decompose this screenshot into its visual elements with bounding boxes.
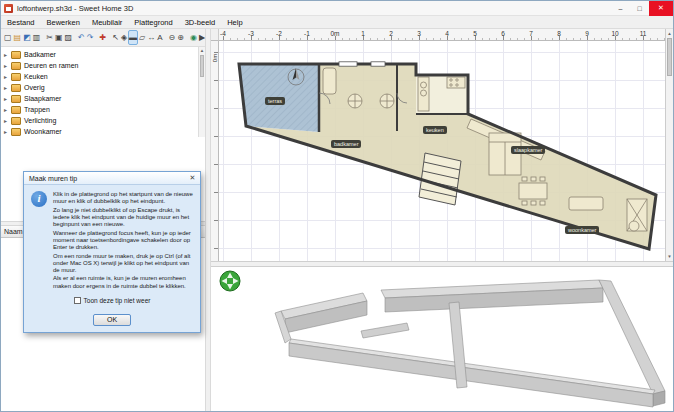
wall-tip-dialog: Maak muren tip ✕ i Klik in de plattegron… [23, 171, 201, 333]
ruler-number: 10 [609, 30, 621, 37]
minimize-button[interactable]: – [611, 1, 630, 16]
maximize-button[interactable]: □ [630, 1, 649, 16]
category-slaapkamer[interactable]: ▸ Slaapkamer [1, 93, 205, 104]
ruler-number: 5 [469, 30, 481, 37]
create-dimensions-tool-icon[interactable]: ↔ [146, 30, 156, 45]
folder-icon [11, 62, 21, 70]
zoom-out-icon[interactable]: ⊖ [168, 30, 177, 45]
window-title: loftontwerp.sh3d - Sweet Home 3D [17, 4, 611, 13]
navigation-compass-icon[interactable] [219, 270, 241, 292]
checkbox-label: Toon deze tip niet weer [84, 297, 151, 304]
category-woonkamer[interactable]: ▸ Woonkamer [1, 126, 205, 137]
ruler-number: 0m [329, 30, 341, 37]
plan-view[interactable]: -4 -3 -2 -1 0m 1 2 3 4 5 6 7 8 9 10 11 1 [211, 29, 673, 261]
room-label-terras: terras [265, 97, 285, 105]
category-deuren-en-ramen[interactable]: ▸ Deuren en ramen [1, 60, 205, 71]
expander-icon[interactable]: ▸ [4, 62, 11, 69]
expander-icon[interactable]: ▸ [4, 73, 11, 80]
expander-icon[interactable]: ▸ [4, 51, 11, 58]
category-verlichting[interactable]: ▸ Verlichting [1, 115, 205, 126]
copy-icon[interactable]: ▣ [54, 30, 64, 45]
ruler-number: 2 [385, 30, 397, 37]
pan-tool-icon[interactable]: ◈ [120, 30, 128, 45]
catalog-tree: ▸ Badkamer ▸ Deuren en ramen ▸ Keuken [1, 47, 205, 137]
title-bar: loftontwerp.sh3d - Sweet Home 3D – □ ✕ [1, 1, 673, 16]
expander-icon[interactable]: ▸ [4, 106, 11, 113]
zoom-in-icon[interactable]: ⊕ [176, 30, 185, 45]
staircase [419, 153, 461, 205]
ruler-number: 8 [553, 30, 565, 37]
cut-icon[interactable]: ✂ [45, 30, 54, 45]
undo-icon[interactable]: ↶ [77, 30, 86, 45]
category-badkamer[interactable]: ▸ Badkamer [1, 49, 205, 60]
redo-icon[interactable]: ↷ [86, 30, 95, 45]
scrollbar-thumb[interactable] [200, 55, 204, 77]
right-panel: -4 -3 -2 -1 0m 1 2 3 4 5 6 7 8 9 10 11 1 [211, 29, 673, 411]
toolbar: ▢ ▤ ◩ ▥ ✂ ▣ ▨ ↶ ↷ ✚ ↖ ◈ ▬ ▱ ↔ A [1, 29, 205, 47]
folder-icon [11, 106, 21, 114]
add-furniture-icon[interactable]: ✚ [98, 30, 107, 45]
ruler-number: 4 [441, 30, 453, 37]
select-tool-icon[interactable]: ↖ [111, 30, 120, 45]
dialog-paragraph: Om een ronde muur te maken, druk je op C… [53, 253, 193, 275]
open-icon[interactable]: ▤ [13, 30, 23, 45]
dialog-checkbox-row: Toon deze tip niet weer [24, 297, 200, 304]
plan-canvas[interactable]: terras badkamer keuken slaapkamer woonka… [219, 41, 667, 261]
menu-bestand[interactable]: Bestand [1, 17, 41, 28]
save-icon[interactable]: ◩ [22, 30, 32, 45]
print-icon[interactable]: ▥ [32, 30, 42, 45]
dont-show-again-checkbox[interactable] [74, 297, 81, 304]
menu-3d-beeld[interactable]: 3D-beeld [179, 17, 221, 28]
top-ruler: -4 -3 -2 -1 0m 1 2 3 4 5 6 7 8 9 10 11 1 [219, 29, 665, 41]
scrollbar-thumb[interactable] [667, 38, 672, 76]
view-3d[interactable] [211, 267, 673, 411]
ruler-number: -4 [219, 30, 229, 37]
ruler-number: 1 [357, 30, 369, 37]
create-photo-icon[interactable]: ◉ [189, 30, 198, 45]
ok-button[interactable]: OK [93, 314, 131, 326]
scroll-up-icon[interactable]: ▲ [200, 48, 204, 53]
folder-icon [11, 73, 21, 81]
menu-bewerken[interactable]: Bewerken [41, 17, 86, 28]
paste-icon[interactable]: ▨ [64, 30, 74, 45]
room-label-keuken: keuken [423, 126, 447, 134]
menu-meubilair[interactable]: Meubilair [86, 17, 128, 28]
dialog-paragraph: Als er al een ruimte is, kun je de muren… [53, 275, 193, 290]
dialog-button-row: OK [24, 304, 200, 332]
dialog-title-bar[interactable]: Maak muren tip ✕ [24, 172, 200, 185]
create-rooms-tool-icon[interactable]: ▱ [138, 30, 146, 45]
close-button[interactable]: ✕ [649, 1, 673, 16]
ruler-number: 3 [413, 30, 425, 37]
ruler-number: -3 [245, 30, 257, 37]
folder-icon [11, 128, 21, 136]
scroll-down-icon[interactable]: ▼ [666, 253, 673, 261]
column-header-naam[interactable]: Naam [1, 228, 23, 235]
menu-help[interactable]: Help [221, 17, 248, 28]
expander-icon[interactable]: ▸ [4, 117, 11, 124]
new-document-icon[interactable]: ▢ [3, 30, 13, 45]
expander-icon[interactable]: ▸ [4, 84, 11, 91]
ruler-number: 6 [497, 30, 509, 37]
expander-icon[interactable]: ▸ [4, 128, 11, 135]
ruler-number: 7 [525, 30, 537, 37]
category-keuken[interactable]: ▸ Keuken [1, 71, 205, 82]
expander-icon[interactable]: ▸ [4, 95, 11, 102]
add-text-tool-icon[interactable]: A [156, 30, 163, 45]
dialog-paragraph: Zo lang je niet dubbelklikt of op Escape… [53, 207, 193, 229]
folder-icon [11, 117, 21, 125]
catalog-scrollbar[interactable]: ▲ [198, 47, 205, 137]
dialog-body: i Klik in de plattegrond op het startpun… [24, 185, 200, 293]
left-ruler: 0m [211, 41, 219, 261]
dialog-paragraph: Klik in de plattegrond op het startpunt … [53, 191, 193, 206]
plan-scrollbar[interactable]: ▲ ▼ [665, 29, 673, 261]
create-walls-tool-icon[interactable]: ▬ [128, 30, 138, 45]
folder-icon [11, 84, 21, 92]
scroll-up-icon[interactable]: ▲ [666, 29, 673, 37]
ruler-number: 9 [581, 30, 593, 37]
ruler-number: 0m [212, 52, 218, 64]
room-label-woonkamer: woonkamer [565, 226, 599, 234]
menu-plattegrond[interactable]: Plattegrond [128, 17, 178, 28]
category-overig[interactable]: ▸ Overig [1, 82, 205, 93]
category-trappen[interactable]: ▸ Trappen [1, 104, 205, 115]
dialog-close-icon[interactable]: ✕ [185, 174, 200, 182]
